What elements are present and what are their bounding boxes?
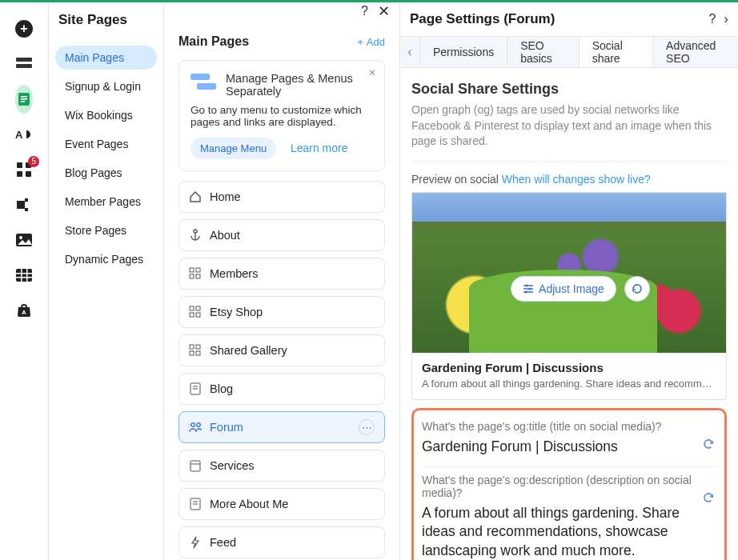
close-icon[interactable]: ✕	[378, 2, 390, 20]
cat-signup[interactable]: Signup & Login	[55, 74, 157, 98]
social-preview-card: Adjust Image Gardening Forum | Discussio…	[411, 192, 727, 400]
info-body: Go to any menu to customize which pages …	[191, 104, 373, 128]
apps-icon[interactable]: 5	[15, 161, 33, 178]
tab-social-share[interactable]: Social share	[580, 37, 653, 67]
svg-rect-10	[26, 171, 31, 177]
page-row-gallery[interactable]: Shared Gallery	[178, 334, 385, 366]
left-icon-rail: + A 5 A	[0, 2, 48, 560]
tabs-back-icon[interactable]: ‹	[400, 37, 420, 67]
svg-rect-18	[16, 277, 32, 278]
cat-member[interactable]: Member Pages	[55, 190, 157, 214]
info-card: ✕ Manage Pages & Menus Separately Go to …	[178, 60, 385, 171]
og-title-label: What's the page's og:title (title on soc…	[422, 420, 716, 433]
cat-bookings[interactable]: Wix Bookings	[55, 103, 157, 127]
svg-rect-9	[17, 171, 22, 177]
svg-rect-23	[197, 83, 216, 90]
home-icon	[189, 190, 202, 203]
page-icon	[189, 382, 202, 395]
menus-icon	[191, 72, 218, 94]
svg-rect-26	[190, 268, 194, 272]
card-desc: A forum about all things gardening. Shar…	[422, 378, 716, 390]
svg-rect-13	[25, 208, 28, 211]
svg-rect-37	[196, 351, 200, 355]
svg-rect-29	[196, 274, 200, 278]
page-row-services[interactable]: Services	[178, 450, 385, 482]
tabs: ‹ Permissions SEO basics Social share Ad…	[400, 36, 738, 68]
svg-text:A: A	[15, 129, 23, 141]
revert-icon[interactable]	[702, 438, 715, 450]
close-icon[interactable]: ✕	[368, 67, 376, 78]
section-title: Social Share Settings	[411, 81, 727, 98]
refresh-image-button[interactable]	[624, 276, 650, 302]
page-row-etsy[interactable]: Etsy Shop	[178, 296, 385, 328]
svg-rect-4	[21, 98, 27, 100]
svg-rect-43	[191, 461, 200, 471]
learn-more-link[interactable]: Learn more	[291, 142, 348, 154]
svg-rect-3	[21, 96, 27, 98]
info-heading: Manage Pages & Menus Separately	[226, 72, 373, 98]
drag-handle-icon[interactable]: ⋮⋮	[184, 422, 189, 433]
svg-rect-34	[190, 345, 194, 349]
og-desc-label: What's the page's og:description (descri…	[422, 474, 716, 499]
tab-advanced-seo[interactable]: Advanced SEO	[653, 37, 738, 67]
add-page-button[interactable]: + Add	[357, 36, 385, 48]
page-row-members[interactable]: Members	[178, 258, 385, 290]
more-icon[interactable]: ⋯	[359, 419, 375, 435]
svg-point-24	[194, 230, 197, 233]
og-desc-input[interactable]: A forum about all things gardening. Shar…	[422, 504, 716, 560]
tab-seo-basics[interactable]: SEO basics	[507, 37, 579, 67]
highlighted-fields: What's the page's og:title (title on soc…	[411, 408, 727, 560]
plugin-icon[interactable]	[15, 196, 33, 214]
svg-rect-17	[16, 273, 32, 274]
svg-point-55	[528, 287, 531, 290]
social-preview-image: Adjust Image	[412, 193, 726, 353]
page-row-forum[interactable]: ⋮⋮ Forum ⋯	[178, 411, 385, 443]
grid-icon	[189, 344, 202, 357]
text-color-icon[interactable]: A	[15, 126, 33, 143]
preview-label: Preview on social	[411, 173, 499, 186]
svg-point-15	[19, 236, 22, 239]
manage-menu-button[interactable]: Manage Menu	[191, 138, 276, 159]
svg-rect-35	[196, 345, 200, 349]
svg-rect-12	[25, 198, 28, 202]
table-icon[interactable]	[15, 266, 33, 284]
card-title: Gardening Forum | Discussions	[422, 361, 716, 374]
pages-icon[interactable]	[15, 90, 33, 108]
page-row-home[interactable]: Home	[178, 181, 385, 213]
svg-rect-28	[190, 274, 194, 278]
page-row-feed[interactable]: Feed	[178, 526, 385, 558]
section-desc: Open graph (og) tags are used by social …	[411, 102, 727, 150]
cat-blog[interactable]: Blog Pages	[55, 161, 157, 185]
revert-icon[interactable]	[702, 491, 715, 504]
svg-point-57	[524, 290, 527, 293]
page-settings-panel: Page Settings (Forum) ? › ‹ Permissions …	[400, 2, 738, 560]
panel-title: Page Settings (Forum)	[410, 11, 555, 27]
layers-icon[interactable]	[15, 55, 33, 73]
add-icon[interactable]: +	[15, 20, 33, 38]
svg-rect-20	[26, 269, 28, 282]
cat-dynamic[interactable]: Dynamic Pages	[55, 247, 157, 271]
adjust-image-button[interactable]: Adjust Image	[511, 276, 616, 302]
preview-link[interactable]: When will changes show live?	[502, 173, 651, 186]
tab-permissions[interactable]: Permissions	[420, 37, 507, 67]
apps-badge: 5	[28, 156, 39, 167]
page-row-about[interactable]: About	[178, 219, 385, 251]
site-pages-panel: Site Pages Main Pages Signup & Login Wix…	[48, 2, 164, 560]
page-row-moreabout[interactable]: More About Me	[178, 488, 385, 520]
chevron-right-icon[interactable]: ›	[724, 11, 728, 27]
shop-icon[interactable]: A	[15, 302, 33, 319]
help-icon[interactable]: ?	[361, 4, 368, 18]
svg-rect-27	[196, 268, 200, 272]
help-icon[interactable]: ?	[708, 12, 716, 26]
cat-main[interactable]: Main Pages	[55, 46, 157, 70]
grid-icon	[189, 306, 202, 318]
lightning-icon	[189, 536, 202, 549]
svg-rect-19	[21, 269, 22, 282]
page-row-blog[interactable]: Blog	[178, 373, 385, 405]
og-title-input[interactable]: Gardening Forum | Discussions	[422, 438, 716, 457]
image-icon[interactable]	[15, 231, 33, 249]
cat-store[interactable]: Store Pages	[55, 218, 157, 242]
cat-events[interactable]: Event Pages	[55, 132, 157, 156]
svg-rect-33	[196, 313, 200, 317]
site-pages-title: Site Pages	[49, 2, 163, 38]
